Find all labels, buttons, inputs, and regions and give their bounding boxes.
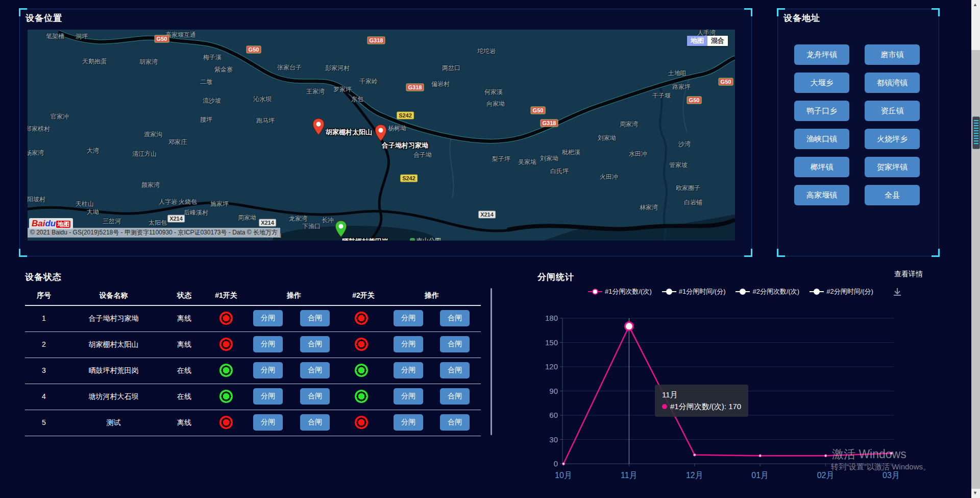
- tooltip-title: 11月: [662, 389, 741, 401]
- address-button-全县[interactable]: 全县: [865, 185, 920, 205]
- map-label: 天柱山: [76, 200, 94, 208]
- device-location-panel: 设备位置 笔架槽洞坪天鹅抱蛋胡家湾高家堰互通梅子溪紫金寨二墩流沙坡沁水坝跑马坪腰…: [19, 9, 752, 256]
- tooltip-value: 170: [728, 402, 741, 411]
- close-switch2-button[interactable]: 合闸: [440, 310, 470, 326]
- legend-item-#1分闸时间/(分)[interactable]: #1分闸时间/(分): [662, 287, 726, 296]
- cell-device-name: 塘坊河村大石坝: [66, 392, 161, 401]
- cell-device-name: 胡家棚村太阳山: [66, 340, 161, 349]
- map-type-hybrid-button[interactable]: 混合: [707, 36, 728, 46]
- legend-circle: [666, 289, 672, 295]
- map-label: 偏岩村: [431, 80, 450, 88]
- scrollbar-thumb[interactable]: [972, 116, 980, 149]
- close-switch2-button[interactable]: 合闸: [440, 388, 470, 405]
- map-label: 颜家湾: [141, 181, 160, 189]
- map-label: 刘家坳: [540, 154, 558, 163]
- close-switch2-button[interactable]: 合闸: [440, 362, 470, 378]
- address-button-贺家坪镇[interactable]: 贺家坪镇: [865, 157, 920, 177]
- close-switch1-button[interactable]: 合闸: [300, 388, 330, 405]
- road-badge-G50: G50: [247, 46, 261, 54]
- legend-item-#2分闸时间/(分)[interactable]: #2分闸时间/(分): [810, 287, 873, 296]
- address-button-榔坪镇[interactable]: 榔坪镇: [794, 157, 849, 177]
- highlighted-data-point[interactable]: [625, 322, 633, 330]
- close-switch1-button[interactable]: 合闸: [300, 414, 330, 431]
- address-button-鸭子口乡[interactable]: 鸭子口乡: [794, 101, 849, 121]
- map-label: 笔架槽: [46, 32, 64, 41]
- cell-index: 4: [25, 392, 63, 400]
- open-switch2-button[interactable]: 分闸: [394, 388, 423, 405]
- baidu-map[interactable]: 笔架槽洞坪天鹅抱蛋胡家湾高家堰互通梅子溪紫金寨二墩流沙坡沁水坝跑马坪腰坪渡家沟邓…: [28, 30, 735, 241]
- data-point[interactable]: [759, 455, 762, 457]
- table-row: 4塘坊河村大石坝在线分闸合闸分闸合闸: [25, 384, 481, 410]
- column-header-设备名称: 设备名称: [66, 291, 161, 300]
- y-axis-label: 90: [549, 387, 558, 395]
- address-button-高家堰镇[interactable]: 高家堰镇: [794, 185, 849, 205]
- legend-circle: [592, 289, 598, 295]
- x-axis-label: 03月: [883, 471, 900, 480]
- road-badge-X214: X214: [167, 215, 185, 223]
- open-switch1-button[interactable]: 分闸: [253, 336, 283, 352]
- open-switch1-button[interactable]: 分闸: [253, 388, 283, 405]
- cell-device-name: 合子坳村习家坳: [66, 314, 161, 323]
- close-switch2-button[interactable]: 合闸: [440, 336, 470, 352]
- address-button-渔峡口镇[interactable]: 渔峡口镇: [794, 129, 849, 149]
- map-label: 林家湾: [640, 203, 658, 212]
- address-button-火烧坪乡[interactable]: 火烧坪乡: [865, 129, 920, 149]
- page-scrollbar[interactable]: ▲ ▼: [971, 0, 980, 498]
- column-header-操作: 操作: [416, 291, 447, 300]
- close-switch1-button[interactable]: 合闸: [300, 310, 330, 326]
- open-switch2-button[interactable]: 分闸: [394, 310, 423, 326]
- table-scrollbar[interactable]: [491, 288, 492, 435]
- legend-label: #2分闸时间/(分): [826, 287, 873, 296]
- map-label: 刘家坳: [598, 134, 616, 143]
- open-switch2-button[interactable]: 分闸: [394, 362, 423, 378]
- address-button-都镇湾镇[interactable]: 都镇湾镇: [865, 73, 920, 93]
- road-badge-G50: G50: [687, 97, 702, 104]
- legend-item-#1分闸次数/(次)[interactable]: #1分闸次数/(次): [588, 287, 652, 296]
- map-label: 紫金寨: [214, 65, 233, 74]
- map-label: 高家堰互通: [165, 31, 196, 39]
- y-axis-label: 180: [545, 314, 558, 322]
- map-type-map-button[interactable]: 地图: [687, 36, 707, 46]
- cell-device-name: 晒鼓坪村荒田岗: [66, 366, 161, 375]
- address-button-磨市镇[interactable]: 磨市镇: [865, 44, 920, 65]
- road-badge-X214: X214: [259, 219, 276, 227]
- map-label: 沙湾: [678, 140, 691, 149]
- map-label: 二墩: [200, 78, 212, 86]
- legend-label: #1分闸时间/(分): [679, 287, 726, 296]
- table-row: 3晒鼓坪村荒田岗在线分闸合闸分闸合闸: [25, 358, 481, 384]
- map-label: 梨子坪: [492, 155, 510, 163]
- tooltip-entry: #1分闸次数/(次): [670, 402, 724, 411]
- open-switch1-button[interactable]: 分闸: [253, 414, 283, 431]
- road-badge-G50: G50: [719, 78, 733, 86]
- map-label: 长冲: [322, 216, 334, 225]
- scrollbar-up-button[interactable]: ▲: [971, 0, 980, 50]
- data-point[interactable]: [824, 455, 827, 457]
- road-badge-G50: G50: [531, 107, 546, 114]
- map-copyright: © 2021 Baidu - GS(2019)5218号 - 甲测资字11009…: [28, 228, 280, 238]
- road-badge-G50: G50: [155, 35, 169, 43]
- close-switch2-button[interactable]: 合闸: [440, 414, 470, 431]
- open-switch1-button[interactable]: 分闸: [253, 362, 283, 378]
- legend-item-#2分闸次数/(次)[interactable]: #2分闸次数/(次): [736, 287, 799, 296]
- data-point[interactable]: [693, 454, 696, 456]
- close-switch1-button[interactable]: 合闸: [300, 362, 330, 378]
- address-button-资丘镇[interactable]: 资丘镇: [865, 101, 920, 121]
- close-switch1-button[interactable]: 合闸: [300, 336, 330, 352]
- y-axis-label: 120: [545, 362, 558, 371]
- device-marker-胡家棚村太阳山[interactable]: [312, 118, 325, 137]
- open-switch2-button[interactable]: 分闸: [394, 336, 423, 352]
- switch2-indicator: [355, 416, 368, 429]
- open-switch2-button[interactable]: 分闸: [394, 414, 423, 431]
- address-button-大堰乡[interactable]: 大堰乡: [794, 73, 849, 93]
- map-label: 胡家湾: [139, 58, 158, 66]
- legend-label: #1分闸次数/(次): [605, 287, 652, 296]
- address-button-龙舟坪镇[interactable]: 龙舟坪镇: [794, 44, 849, 65]
- switch2-indicator: [355, 338, 368, 351]
- arrow-up-icon: ▲: [973, 2, 977, 7]
- data-point[interactable]: [562, 463, 565, 465]
- scrollbar-down-button[interactable]: ▼: [971, 489, 980, 498]
- open-switch1-button[interactable]: 分闸: [253, 310, 283, 326]
- map-label: 白岩铺: [684, 198, 702, 207]
- map-label: 火烧包: [179, 198, 197, 206]
- map-label: 水田冲: [629, 150, 647, 158]
